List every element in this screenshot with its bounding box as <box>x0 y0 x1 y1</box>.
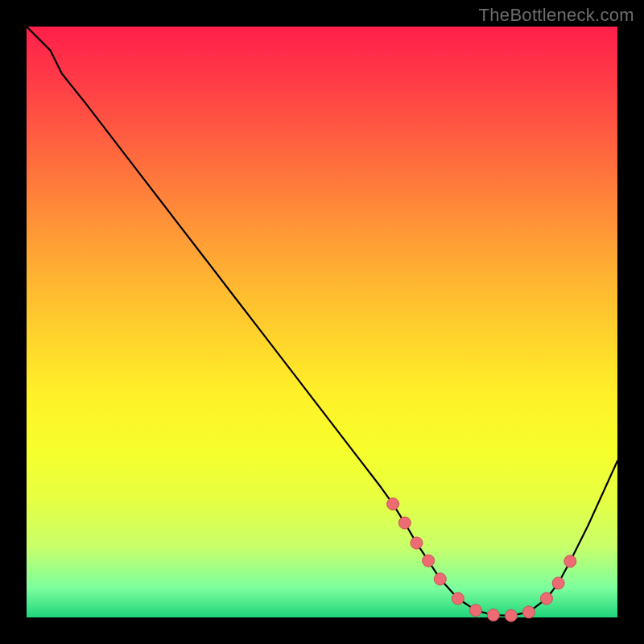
highlight-marker <box>423 555 435 567</box>
watermark-text: TheBottleneck.com <box>479 5 634 26</box>
highlight-marker <box>411 537 423 549</box>
curve-svg <box>27 27 617 617</box>
highlight-marker <box>487 609 499 621</box>
highlight-marker <box>564 555 576 568</box>
chart-frame: TheBottleneck.com <box>0 0 644 644</box>
highlight-marker <box>398 517 411 529</box>
plot-area <box>27 27 617 617</box>
highlight-marker <box>387 498 399 510</box>
highlight-marker <box>522 606 535 618</box>
highlight-marker <box>452 592 464 605</box>
highlight-marker <box>434 573 446 585</box>
highlight-marker <box>505 609 517 621</box>
highlight-marker <box>552 577 564 589</box>
marker-group <box>387 498 576 622</box>
highlight-marker <box>469 605 481 617</box>
highlight-marker <box>540 592 552 605</box>
bottleneck-curve <box>27 27 617 616</box>
